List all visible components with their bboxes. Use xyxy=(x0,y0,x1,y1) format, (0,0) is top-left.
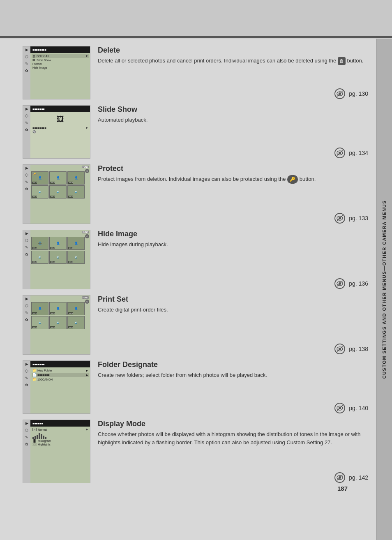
desc-suffix-delete: button. xyxy=(347,58,364,64)
func-badge-hide: FUNC xyxy=(82,231,89,233)
print-icon-f: ✿ xyxy=(25,383,28,387)
entry-print-set: ▶ ⬡ ✎ ✿ FUNC ☺ 👤 100-1 xyxy=(23,295,368,355)
lcd-main-dm: ■■■■■■ N Normal ▶ xyxy=(30,420,90,483)
lcd-title-dm: ■■■■■■ xyxy=(32,422,44,425)
entry-desc-delete: Delete all or selected photos and cancel… xyxy=(98,57,368,85)
entry-folder: ▶ ⬡ ✎ ✿ ■■■■■■■ 📁 New Folder xyxy=(23,360,368,414)
lcd-item-protect: Protect xyxy=(32,62,89,66)
play-icon-dm: ▶ xyxy=(25,422,28,425)
print-thumb3-label: 100-3 xyxy=(68,312,73,314)
entry-footer-hide: pg. 136 xyxy=(98,278,368,289)
ss-item-label: ■■■■■■■■ xyxy=(32,127,46,129)
aperture-icon-f: ⬡ xyxy=(25,369,28,373)
play-icon-ss: ▶ xyxy=(25,107,28,111)
thumb5-print: 🌊 100-5 xyxy=(49,316,67,329)
page-ref-dm: pg. 142 xyxy=(349,474,368,481)
lcd-left-icons-delete: ▶ ⬡ ✎ ✿ xyxy=(23,46,30,99)
folder-label-2: ■■■■■■■ xyxy=(37,374,50,376)
page-ref-slideshow: pg. 134 xyxy=(349,150,368,156)
right-sidebar: CUSTOM SETTINGS AND OTHER MENUS—OTHER CA… xyxy=(376,39,392,540)
lcd-printset: ▶ ⬡ ✎ ✿ FUNC ☺ 👤 100-1 xyxy=(23,295,90,355)
entry-title-printset: Print Set xyxy=(98,295,368,304)
aperture-icon-ps: ⬡ xyxy=(25,304,28,308)
lcd-item-hide: Hide Image xyxy=(32,66,89,69)
hide-thumb3-label: 100-3 xyxy=(68,247,73,249)
print-thumb1-label: 100-1 xyxy=(32,312,37,314)
lcd-item-slide: ▦ Slide Show xyxy=(32,58,89,62)
dm-arrow: ▶ xyxy=(86,428,88,431)
lcd-menu-title-delete: ■■■■■■■■ xyxy=(32,48,47,51)
lcd-main-folder: ■■■■■■■ 📁 New Folder ▶ 📄 ■■■■■■■ xyxy=(30,361,90,413)
folder-arrow-1: ▶ xyxy=(86,369,88,372)
hide-label: Hide Image xyxy=(32,66,47,69)
entry-desc-folder: Create new folders; select folder from w… xyxy=(98,371,368,399)
dm-histo-item: ▐▌ Histogram xyxy=(32,439,89,443)
delete-label: Delete All xyxy=(37,55,49,58)
dm-item-n: N Normal ▶ xyxy=(32,427,89,432)
lcd-displaymode: ▶ ⬡ ✎ ✿ ■■■■■■ N Normal ▶ xyxy=(23,420,90,483)
thumb3-label: 100-3 xyxy=(68,182,73,184)
ss-item2-label: 🔘 xyxy=(32,130,36,134)
lcd-left-icons-hide: ▶ ⬡ ✎ ✿ xyxy=(23,230,30,289)
print-thumb2-label: 100-2 xyxy=(50,312,55,314)
aperture-icon-p: ⬡ xyxy=(25,173,28,177)
hbar5 xyxy=(41,434,42,439)
hide-thumb1-label: 100-1 xyxy=(32,247,37,249)
entry-delete: ▶ ⬡ ✎ ✿ ■■■■■■■■ 🗑 Delete xyxy=(23,46,368,99)
thumb5-protect: 🌊 100-5 xyxy=(49,185,67,198)
print-thumb5-label: 100-5 xyxy=(50,326,55,328)
folder-label-1: New Folder xyxy=(37,369,52,372)
thumb3-print: 👤 100-3 xyxy=(67,302,85,315)
lcd-topbar-delete: ■■■■■■■■ xyxy=(30,46,90,53)
folder-item-3: 📁 100CANON xyxy=(32,377,89,382)
protect-label: Protect xyxy=(32,62,42,65)
page-ref-protect: pg. 133 xyxy=(349,215,368,222)
lcd-left-icons-protect: ▶ ⬡ ✎ ✿ xyxy=(23,165,30,224)
lcd-body-delete: 🗑 Delete All ▶ ▦ Slide Show Protect xyxy=(30,53,90,99)
thumb1-print: 👤 100-1 xyxy=(31,302,48,315)
lcd-left-icons-folder: ▶ ⬡ ✎ ✿ xyxy=(23,361,30,413)
thumb3-hide: 👤 100-3 xyxy=(67,237,85,250)
desc-text-delete: Delete all or selected photos and cancel… xyxy=(98,58,336,64)
dm-histo-text: Histogram xyxy=(38,439,51,442)
print-icon-dm: ✿ xyxy=(25,443,28,446)
print-icon-ss: ✿ xyxy=(25,128,28,132)
entry-title-dm: Display Mode xyxy=(98,420,368,428)
folder-arrow-2: ▶ xyxy=(86,374,88,377)
entry-text-protect: Protect Protect images from deletion. In… xyxy=(98,164,368,224)
folder-item-1: 📁 New Folder ▶ xyxy=(32,368,89,373)
slide-label: Slide Show xyxy=(37,59,51,62)
lcd-ss-item2: 🔘 xyxy=(32,130,89,134)
thumb1-hide: 👤 100-1 xyxy=(31,237,48,250)
print-icon-h: ✿ xyxy=(25,253,28,256)
lcd-left-icons-slideshow: ▶ ⬡ ✎ ✿ xyxy=(23,106,30,158)
play-icon-p: ▶ xyxy=(25,166,28,170)
divider-line xyxy=(0,37,392,38)
entry-footer-printset: pg. 138 xyxy=(98,343,368,355)
thumb4-protect: 🌊 100-4 xyxy=(31,185,48,198)
entry-desc-slideshow: Automated playback. xyxy=(98,116,368,144)
thumb3-protect: 👤 100-3 xyxy=(67,171,85,185)
face-badge-protect: ☺ xyxy=(85,169,89,173)
lcd-main-slideshow: ■■■■■■■ 🖼 ■■■■■■■■ ▶ 🔘 xyxy=(30,106,90,158)
entry-protect: ▶ ⬡ ✎ ✿ FUNC ☺ 👤 100-1 🔑 xyxy=(23,164,368,224)
page-wrapper: ▶ ⬡ ✎ ✿ ■■■■■■■■ 🗑 Delete xyxy=(0,0,392,540)
print-thumb4-label: 100-4 xyxy=(32,326,37,328)
entry-title-protect: Protect xyxy=(98,164,368,173)
slide-icon: ▦ xyxy=(32,58,35,62)
print-icon: ✿ xyxy=(25,69,28,73)
thumb4-label: 100-4 xyxy=(32,196,37,198)
lcd-topbar-ss: ■■■■■■■ xyxy=(30,106,90,112)
lcd-topbar-dm: ■■■■■■ xyxy=(30,420,90,427)
folder-item-2: 📄 ■■■■■■■ ▶ xyxy=(32,373,89,377)
thumb1-protect: 👤 100-1 🔑 xyxy=(31,171,48,185)
lcd-left-icons-dm: ▶ ⬡ ✎ ✿ xyxy=(23,420,30,483)
lcd-body-folder: 📁 New Folder ▶ 📄 ■■■■■■■ ▶ 📁 xyxy=(30,367,90,413)
pencil-icon-h: ✎ xyxy=(25,246,28,249)
n-badge: N xyxy=(32,428,37,431)
entry-desc-hide: Hide images during playback. xyxy=(98,240,368,275)
page-ref-delete: pg. 130 xyxy=(349,90,368,97)
entry-title-delete: Delete xyxy=(98,46,368,55)
lcd-main-protect: FUNC ☺ 👤 100-1 🔑 👤 100-2 xyxy=(30,165,90,224)
entry-title-folder: Folder Designate xyxy=(98,360,368,369)
